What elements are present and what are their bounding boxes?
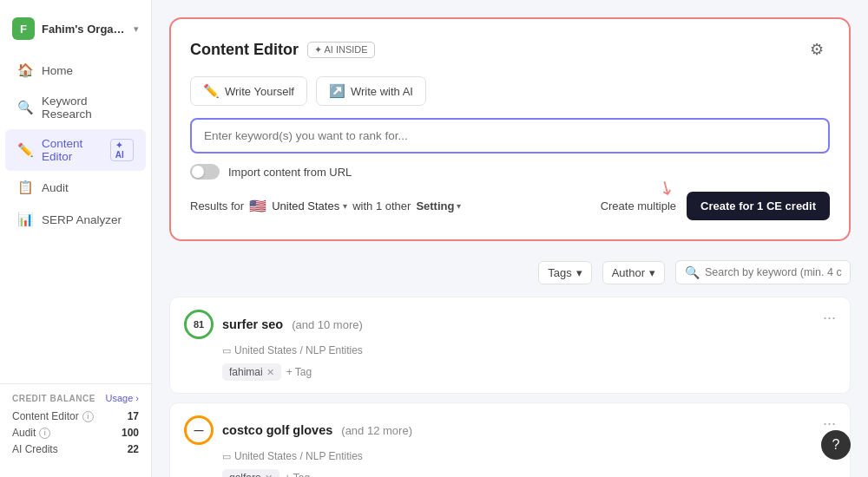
nav-label-serp-analyzer: SERP Analyzer — [42, 213, 122, 226]
search-icon: 🔍 — [685, 265, 700, 279]
ai-inside-badge: ✦ AI INSIDE — [307, 42, 375, 58]
results-info: Results for 🇺🇸 United States ▾ with 1 ot… — [190, 198, 461, 214]
settings-prefix: with 1 other — [352, 199, 411, 212]
credit-label: AI Credits — [12, 443, 58, 455]
import-toggle[interactable] — [190, 164, 220, 180]
item-title[interactable]: surfer seo — [222, 317, 283, 331]
nav-items: 🏠 Home 🔍 Keyword Research ✏️ Content Edi… — [0, 54, 151, 236]
tags-chevron-icon: ▾ — [576, 266, 582, 279]
sidebar-item-serp-analyzer[interactable]: 📊 SERP Analyzer — [5, 204, 146, 235]
nav-label-keyword-research: Keyword Research — [42, 95, 134, 121]
content-items: 81 surfer seo (and 10 more) ··· ▭ United… — [169, 297, 851, 477]
credits-title: CREDIT BALANCE — [12, 394, 95, 403]
nav-icon-home: 🏠 — [17, 62, 33, 78]
item-title-row: 81 surfer seo (and 10 more) — [184, 310, 363, 339]
write-yourself-tab[interactable]: ✏️ Write Yourself — [190, 76, 307, 106]
item-tags: golfaro ✕ + Tag — [222, 469, 836, 477]
create-ce-button[interactable]: Create for 1 CE credit — [687, 192, 830, 220]
main-content: Content Editor ✦ AI INSIDE ⚙ ✏️ Write Yo… — [152, 0, 868, 477]
content-item: 81 surfer seo (and 10 more) ··· ▭ United… — [169, 297, 851, 394]
nav-icon-keyword-research: 🔍 — [17, 100, 33, 115]
org-name: Fahim's Organization — [42, 23, 127, 36]
score-circle: — — [184, 415, 214, 445]
org-header[interactable]: F Fahim's Organization ▾ — [0, 10, 151, 54]
import-label: Import content from URL — [228, 166, 352, 179]
credits-section: CREDIT BALANCE Usage › Content Editor i … — [0, 383, 151, 467]
nav-label-content-editor: Content Editor — [42, 137, 98, 163]
content-item: — costco golf gloves (and 12 more) ··· ▭… — [169, 402, 851, 477]
author-filter-button[interactable]: Author ▾ — [602, 261, 665, 284]
tags-filter-button[interactable]: Tags ▾ — [538, 261, 591, 284]
score-circle: 81 — [184, 310, 214, 339]
write-tabs: ✏️ Write Yourself ↗️ Write with AI — [190, 76, 830, 106]
editor-title: Content Editor ✦ AI INSIDE — [190, 41, 375, 59]
credit-rows: Content Editor i 17 Audit i 100 AI Credi… — [12, 410, 139, 455]
more-options-icon[interactable]: ··· — [823, 415, 836, 431]
setting-chevron-icon: ▾ — [457, 201, 461, 211]
create-multiple-button[interactable]: Create multiple — [601, 199, 676, 212]
item-title[interactable]: costco golf gloves — [222, 423, 332, 437]
credit-value: 100 — [122, 427, 139, 439]
meta-icon: ▭ — [222, 451, 231, 462]
content-search-box: 🔍 — [675, 260, 851, 284]
item-tags: fahimai ✕ + Tag — [222, 363, 836, 381]
credit-row-content-editor: Content Editor i 17 — [12, 410, 139, 422]
nav-icon-serp-analyzer: 📊 — [17, 212, 33, 227]
tag-chip: fahimai ✕ — [222, 363, 281, 381]
info-icon[interactable]: i — [39, 428, 50, 439]
info-icon[interactable]: i — [82, 411, 94, 422]
results-row: Results for 🇺🇸 United States ▾ with 1 ot… — [190, 192, 830, 220]
country-chevron-icon: ▾ — [343, 201, 347, 211]
item-more: (and 10 more) — [292, 318, 363, 331]
item-more: (and 12 more) — [341, 424, 412, 437]
nav-icon-audit: 📋 — [17, 180, 33, 195]
write-with-ai-tab[interactable]: ↗️ Write with AI — [316, 76, 426, 106]
country-flag: 🇺🇸 — [249, 198, 266, 214]
help-button[interactable]: ? — [821, 430, 851, 460]
nav-label-audit: Audit — [42, 181, 69, 194]
tag-chip: golfaro ✕ — [222, 469, 279, 477]
add-tag-button[interactable]: + Tag — [285, 472, 310, 477]
content-list-header: Tags ▾ Author ▾ 🔍 — [169, 260, 851, 284]
keyword-input[interactable] — [192, 120, 828, 152]
nav-icon-content-editor: ✏️ — [17, 142, 33, 158]
editor-title-text: Content Editor — [190, 41, 299, 59]
credit-row-audit: Audit i 100 — [12, 427, 139, 439]
chevron-down-icon: ▾ — [134, 23, 139, 35]
credit-value: 22 — [128, 443, 139, 455]
item-title-row: — costco golf gloves (and 12 more) — [184, 415, 412, 445]
usage-link[interactable]: Usage › — [105, 393, 139, 403]
ai-write-icon: ↗️ — [329, 83, 345, 99]
more-options-icon[interactable]: ··· — [823, 310, 836, 325]
credit-row-ai-credits: AI Credits 22 — [12, 443, 139, 455]
sidebar: F Fahim's Organization ▾ 🏠 Home 🔍 Keywor… — [0, 0, 152, 477]
sidebar-item-home[interactable]: 🏠 Home — [5, 55, 146, 86]
action-buttons: Create multiple Create for 1 CE credit — [601, 192, 830, 220]
results-prefix: Results for — [190, 199, 244, 212]
author-chevron-icon: ▾ — [649, 266, 655, 279]
remove-tag-icon[interactable]: ✕ — [265, 473, 273, 478]
setting-button[interactable]: Setting ▾ — [416, 199, 461, 212]
org-avatar: F — [12, 17, 35, 40]
nav-label-home: Home — [42, 64, 73, 77]
sidebar-item-keyword-research[interactable]: 🔍 Keyword Research — [5, 87, 146, 128]
pencil-icon: ✏️ — [203, 83, 220, 99]
ai-badge-content-editor: ✦ AI — [110, 139, 134, 161]
item-meta: ▭ United States / NLP Entities — [222, 450, 836, 462]
credit-value: 17 — [128, 410, 139, 422]
import-row: Import content from URL — [190, 164, 830, 180]
sidebar-item-audit[interactable]: 📋 Audit — [5, 172, 146, 203]
sidebar-item-content-editor[interactable]: ✏️ Content Editor ✦ AI — [5, 129, 146, 171]
remove-tag-icon[interactable]: ✕ — [266, 367, 274, 378]
content-search-input[interactable] — [705, 266, 841, 278]
editor-card: Content Editor ✦ AI INSIDE ⚙ ✏️ Write Yo… — [169, 17, 851, 241]
keyword-input-wrapper — [190, 118, 830, 154]
toggle-knob — [192, 166, 204, 178]
credit-label: Content Editor i — [12, 410, 94, 422]
add-tag-button[interactable]: + Tag — [286, 366, 312, 378]
country-selector[interactable]: United States ▾ — [272, 199, 347, 212]
item-meta: ▭ United States / NLP Entities — [222, 344, 836, 356]
editor-settings-button[interactable]: ⚙ — [804, 36, 830, 62]
meta-icon: ▭ — [222, 345, 231, 356]
credit-label: Audit i — [12, 427, 50, 439]
